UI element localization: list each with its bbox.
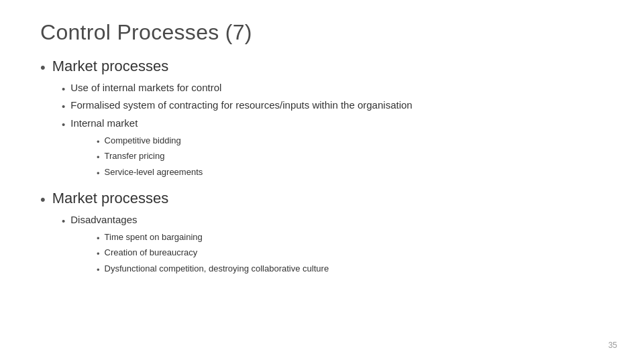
- section2-level2-group: • Disadvantages • Time spent on bargaini…: [62, 213, 604, 279]
- section2-bullet: •: [40, 190, 46, 210]
- level2-item-2: • Formalised system of contracting for r…: [62, 98, 604, 114]
- level3-item-2: • Transfer pricing: [97, 149, 604, 164]
- level3-dis-item-1: • Time spent on bargaining: [97, 231, 604, 245]
- section1-level1: • Market processes: [40, 57, 604, 78]
- section2-title: Market processes: [52, 189, 169, 208]
- level3-dis-text-2: Creation of bureaucracy: [105, 246, 198, 259]
- level3-item-1: • Competitive bidding: [97, 134, 604, 149]
- level3-dis-item-2: • Creation of bureaucracy: [97, 246, 604, 261]
- level3-dis-bullet-1: •: [97, 232, 100, 245]
- level3-bullet-3: •: [97, 167, 100, 180]
- level3-bullet-1: •: [97, 135, 100, 149]
- level3-group-2: • Time spent on bargaining • Creation of…: [97, 231, 604, 277]
- disadvantages-bullet: •: [62, 214, 65, 229]
- level3-text-2: Transfer pricing: [105, 149, 165, 163]
- level2-text-2: Formalised system of contracting for res…: [70, 98, 412, 113]
- level3-dis-text-3: Dysfunctional competition, destroying co…: [105, 262, 329, 276]
- level3-bullet-2: •: [97, 151, 100, 164]
- disadvantages-text: Disadvantages: [70, 213, 137, 227]
- level2-item-3: • Internal market: [62, 116, 604, 132]
- level3-dis-bullet-3: •: [97, 263, 100, 277]
- level2-text-3: Internal market: [70, 116, 138, 131]
- level2-bullet-1: •: [62, 82, 65, 97]
- level3-text-3: Service-level agreements: [105, 166, 203, 179]
- section1-level2-group: • Use of internal markets for control • …: [62, 80, 604, 183]
- level3-item-3: • Service-level agreements: [97, 166, 604, 180]
- level3-dis-item-3: • Dysfunctional competition, destroying …: [97, 262, 604, 277]
- slide: Control Processes (7) • Market processes…: [0, 0, 644, 362]
- level3-text-1: Competitive bidding: [105, 134, 181, 147]
- level2-text-1: Use of internal markets for control: [70, 80, 221, 95]
- disadvantages-item: • Disadvantages: [62, 213, 604, 229]
- level2-bullet-2: •: [62, 99, 65, 114]
- level2-item-1: • Use of internal markets for control: [62, 80, 604, 97]
- slide-title: Control Processes (7): [40, 20, 604, 45]
- level2-bullet-3: •: [62, 117, 65, 132]
- section1-bullet: •: [40, 58, 46, 78]
- section2-level1: • Market processes: [40, 189, 604, 210]
- page-number: 35: [608, 341, 617, 350]
- level3-dis-text-1: Time spent on bargaining: [105, 231, 203, 244]
- level3-group-1: • Competitive bidding • Transfer pricing…: [97, 134, 604, 180]
- content-area: • Market processes • Use of internal mar…: [40, 57, 604, 280]
- section1-title: Market processes: [52, 57, 169, 76]
- level3-dis-bullet-2: •: [97, 247, 100, 261]
